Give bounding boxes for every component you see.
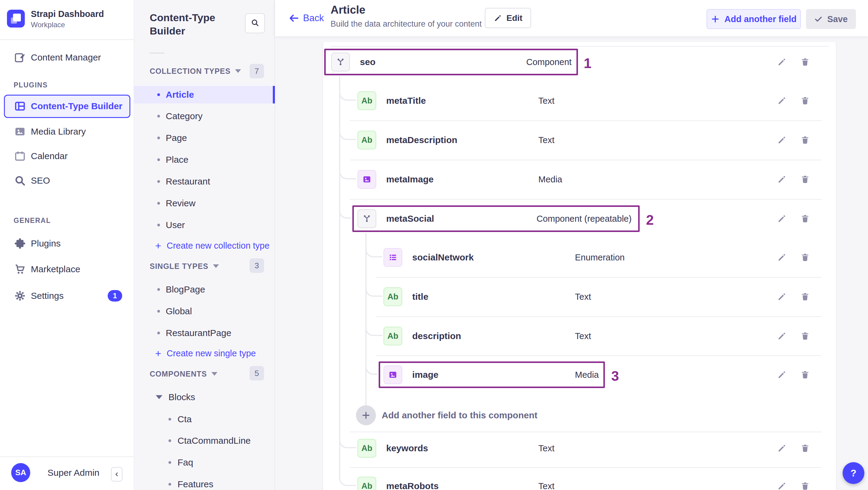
field-name: metaImage <box>386 166 434 193</box>
sidebar-item-media-library[interactable]: Media Library <box>0 120 134 144</box>
field-type: Media <box>575 362 599 388</box>
trash-icon <box>800 252 810 262</box>
annotation-number-2: 2 <box>646 212 654 228</box>
chevron-down-icon <box>156 395 162 399</box>
component-faq[interactable]: Faq <box>134 454 275 471</box>
edit-field-button[interactable] <box>775 212 788 225</box>
trash-icon <box>800 175 810 184</box>
component-group-blocks[interactable]: Blocks <box>134 388 275 406</box>
create-single-type-link[interactable]: + Create new single type <box>134 344 275 362</box>
trash-icon <box>800 96 810 105</box>
row-divider <box>350 160 822 160</box>
help-button[interactable]: ? <box>843 462 864 484</box>
sidebar-item-label: Content-Type Builder <box>31 101 123 111</box>
check-icon <box>814 15 823 23</box>
delete-field-button[interactable] <box>799 480 812 490</box>
single-types-heading[interactable]: SINGLE TYPES <box>150 259 219 273</box>
field-row-metaimage: metaImage Media <box>323 166 836 193</box>
field-name: keywords <box>386 435 428 462</box>
field-name: seo <box>360 49 376 75</box>
single-type-blogpage[interactable]: BlogPage <box>134 281 275 298</box>
field-name: metaRobots <box>386 473 438 490</box>
edit-field-button[interactable] <box>775 329 788 343</box>
edit-field-button[interactable] <box>775 133 788 147</box>
edit-field-button[interactable] <box>775 251 788 264</box>
delete-field-button[interactable] <box>799 368 812 381</box>
collection-type-place[interactable]: Place <box>134 151 275 169</box>
app-title: Strapi Dashboard <box>31 9 104 19</box>
avatar[interactable]: SA <box>11 463 30 482</box>
collapse-sidebar-button[interactable]: ‹ <box>111 467 123 482</box>
delete-field-button[interactable] <box>799 173 812 186</box>
edit-field-button[interactable] <box>775 173 788 186</box>
single-type-global[interactable]: Global <box>134 303 275 320</box>
edit-field-button[interactable] <box>775 480 788 490</box>
collection-type-restaurant[interactable]: Restaurant <box>134 173 275 190</box>
edit-field-button[interactable] <box>775 290 788 303</box>
field-row-description: Ab description Text <box>323 323 836 349</box>
add-component-field-button[interactable] <box>356 405 376 425</box>
component-icon <box>331 53 350 71</box>
back-link[interactable]: Back <box>288 13 324 24</box>
sidebar-item-content-manager[interactable]: Content Manager <box>0 45 134 69</box>
collection-type-page[interactable]: Page <box>134 129 275 147</box>
single-type-restaurantpage[interactable]: RestaurantPage <box>134 324 275 342</box>
text-field-icon: Ab <box>383 327 402 345</box>
delete-field-button[interactable] <box>799 55 812 69</box>
search-button[interactable] <box>245 13 265 33</box>
delete-field-button[interactable] <box>799 212 812 225</box>
edit-field-button[interactable] <box>775 94 788 108</box>
edit-field-button[interactable] <box>775 441 788 455</box>
page-subtitle: Build the data architecture of your cont… <box>331 19 482 29</box>
delete-field-button[interactable] <box>799 329 812 343</box>
collection-type-review[interactable]: Review <box>134 194 275 212</box>
component-features[interactable]: Features <box>134 476 275 490</box>
item-label: Article <box>166 90 194 100</box>
bullet-icon <box>157 115 160 118</box>
row-divider <box>350 120 822 121</box>
delete-field-button[interactable] <box>799 133 812 147</box>
pencil-icon <box>777 96 787 105</box>
delete-field-button[interactable] <box>799 290 812 303</box>
sidebar-item-calendar[interactable]: Calendar <box>0 144 134 168</box>
layout-grid-icon <box>13 99 27 114</box>
list-top-border <box>330 46 829 47</box>
bullet-icon <box>157 93 160 96</box>
annotation-number-1: 1 <box>584 55 592 71</box>
plus-icon: + <box>155 240 161 252</box>
component-cta[interactable]: Cta <box>134 410 275 428</box>
delete-field-button[interactable] <box>799 251 812 264</box>
edit-field-button[interactable] <box>775 368 788 381</box>
item-label: Category <box>166 111 203 121</box>
edit-field-button[interactable] <box>775 55 788 69</box>
settings-badge: 1 <box>108 290 122 302</box>
save-button[interactable]: Save <box>806 9 856 29</box>
sidebar-item-content-type-builder-content[interactable]: Content-Type Builder <box>0 94 134 118</box>
add-component-field-label[interactable]: Add another field to this component <box>382 410 537 421</box>
trash-icon <box>800 57 810 67</box>
field-name: metaDescription <box>386 127 457 153</box>
collection-type-article[interactable]: Article <box>134 86 275 103</box>
sidebar-item-marketplace[interactable]: Marketplace <box>0 257 134 281</box>
row-divider <box>376 316 822 317</box>
sidebar-item-label: Marketplace <box>31 264 80 274</box>
create-collection-type-link[interactable]: + Create new collection type <box>134 237 275 254</box>
add-another-field-button[interactable]: Add another field <box>707 9 801 29</box>
text-field-icon: Ab <box>358 477 376 490</box>
components-heading[interactable]: COMPONENTS <box>150 367 217 381</box>
collection-type-user[interactable]: User <box>134 216 275 234</box>
item-label: Review <box>166 198 195 208</box>
collection-types-count: 7 <box>249 64 264 78</box>
edit-button[interactable]: Edit <box>485 8 531 28</box>
component-ctacommandline[interactable]: CtaCommandLine <box>134 432 275 450</box>
sidebar-item-plugins[interactable]: Plugins <box>0 232 134 255</box>
delete-field-button[interactable] <box>799 441 812 455</box>
field-name: title <box>412 283 428 310</box>
plus-icon <box>711 14 720 24</box>
delete-field-button[interactable] <box>799 94 812 108</box>
collection-types-heading[interactable]: COLLECTION TYPES <box>150 64 241 78</box>
components-count: 5 <box>249 366 264 380</box>
sidebar-item-seo[interactable]: SEO <box>0 169 134 193</box>
panel-title: Content-Type Builder <box>150 11 244 37</box>
collection-type-category[interactable]: Category <box>134 108 275 125</box>
